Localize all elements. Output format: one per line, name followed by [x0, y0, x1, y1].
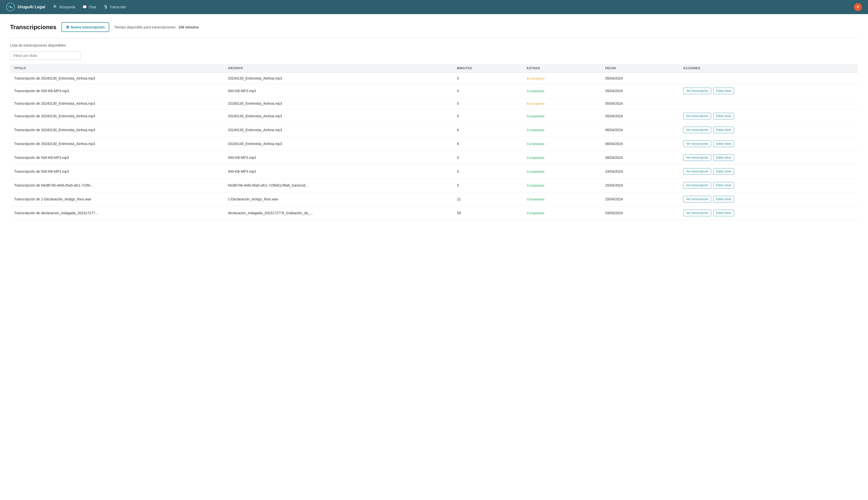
cell-archivo: 20240130_Entrevista_Ainhoa.mp3	[224, 73, 453, 84]
editar-título-button-9[interactable]: Editar título	[713, 196, 734, 202]
cell-minutos: 0	[453, 164, 523, 179]
nav-chat-label: Chat	[89, 5, 96, 9]
table-row: Transcripción de 500-KB-MP3.mp3 500-KB-M…	[10, 151, 858, 164]
cell-minutos: 6	[453, 123, 523, 137]
table-row: Transcripción de declaracion_indagada_20…	[10, 206, 858, 220]
brand-logo	[6, 2, 15, 12]
editar-título-button-5[interactable]: Editar título	[713, 140, 734, 147]
cell-acciones: Ver transcripciónEditar título	[679, 192, 858, 206]
page-title: Transcripciones	[10, 24, 56, 31]
col-archivo: ARCHIVO	[224, 64, 453, 73]
editar-título-button-7[interactable]: Editar título	[713, 168, 734, 175]
list-subtitle: Lista de transcripciones disponibles	[10, 43, 858, 47]
cell-titulo: Transcripción de 500-KB-MP3.mp3	[10, 164, 224, 179]
cell-estado: Completado	[523, 206, 601, 220]
nav-chat[interactable]: 💬 Chat	[82, 4, 96, 10]
cell-titulo: Transcripción de 500-KB-MP3.mp3	[10, 151, 224, 164]
transcriptions-table-wrapper: TITULO ARCHIVO MINUTOS ESTADO FECHA ACCI…	[10, 64, 858, 220]
brand[interactable]: UruguAi Legal	[6, 2, 45, 12]
editar-título-button-8[interactable]: Editar título	[713, 182, 734, 189]
ver-transcripción-button-9[interactable]: Ver transcripción	[683, 196, 711, 202]
nav-busqueda-label: Búsqueda	[59, 5, 75, 9]
cell-archivo: 500-KB-MP3.mp3	[224, 151, 453, 164]
table-row: Transcripción de 500-KB-MP3.mp3 500-KB-M…	[10, 164, 858, 179]
cell-titulo: Transcripción de 20240130_Entrevista_Ain…	[10, 137, 224, 151]
table-row: Transcripción de f4ed8746-4efd-45a5-afc1…	[10, 179, 858, 192]
cell-fecha: 05/04/2024	[601, 73, 679, 84]
cell-minutos: 0	[453, 109, 523, 123]
editar-título-button-4[interactable]: Editar título	[713, 127, 734, 133]
table-row: Transcripción de 20240130_Entrevista_Ain…	[10, 73, 858, 84]
cell-acciones	[679, 98, 858, 109]
nav-transcribir[interactable]: 🎙️ Transcribir	[103, 4, 126, 10]
cell-estado: En progreso	[523, 73, 601, 84]
cell-estado: Completado	[523, 109, 601, 123]
ver-transcripción-button-3[interactable]: Ver transcripción	[683, 113, 711, 120]
cell-titulo: Transcripción de f4ed8746-4efd-45a5-afc1…	[10, 179, 224, 192]
cell-archivo: 20240130_Entrevista_Ainhoa.mp3	[224, 123, 453, 137]
cell-estado: Completado	[523, 84, 601, 98]
cell-acciones: Ver transcripciónEditar título	[679, 179, 858, 192]
cell-acciones: Ver transcripciónEditar título	[679, 206, 858, 220]
cell-titulo: Transcripción de 20240130_Entrevista_Ain…	[10, 98, 224, 109]
chat-icon: 💬	[82, 5, 87, 9]
col-fecha: FECHA	[601, 64, 679, 73]
cell-titulo: Transcripción de 20240130_Entrevista_Ain…	[10, 73, 224, 84]
time-available-value: 106 minutos	[178, 25, 199, 29]
table-row: Transcripción de 20240130_Entrevista_Ain…	[10, 123, 858, 137]
new-transcription-button[interactable]: ⊕ Nueva transcripción	[61, 22, 109, 32]
col-estado: ESTADO	[523, 64, 601, 73]
table-row: Transcripción de 20240130_Entrevista_Ain…	[10, 109, 858, 123]
cell-archivo: 20240130_Entrevista_Ainhoa.mp3	[224, 98, 453, 109]
cell-acciones: Ver transcripciónEditar título	[679, 164, 858, 179]
user-avatar[interactable]: F	[854, 3, 862, 11]
table-row: Transcripción de 1-Declaración_testigo_R…	[10, 192, 858, 206]
editar-título-button-6[interactable]: Editar título	[713, 154, 734, 161]
cell-archivo: 1-Declaración_testigo_Rios.wav	[224, 192, 453, 206]
cell-estado: Completado	[523, 164, 601, 179]
table-row: Transcripción de 20240130_Entrevista_Ain…	[10, 137, 858, 151]
search-icon: 🔍	[53, 5, 58, 9]
cell-titulo: Transcripción de 20240130_Entrevista_Ain…	[10, 123, 224, 137]
svg-point-1	[10, 6, 11, 8]
editar-título-button-3[interactable]: Editar título	[713, 113, 734, 120]
cell-fecha: 06/04/2024	[601, 123, 679, 137]
mic-icon: 🎙️	[103, 5, 108, 9]
ver-transcripción-button-5[interactable]: Ver transcripción	[683, 140, 711, 147]
ver-transcripción-button-10[interactable]: Ver transcripción	[683, 210, 711, 216]
cell-acciones: Ver transcripciónEditar título	[679, 123, 858, 137]
cell-fecha: 05/04/2024	[601, 98, 679, 109]
cell-estado: Completado	[523, 179, 601, 192]
ver-transcripción-button-6[interactable]: Ver transcripción	[683, 154, 711, 161]
cell-titulo: Transcripción de 20240130_Entrevista_Ain…	[10, 109, 224, 123]
cell-acciones: Ver transcripciónEditar título	[679, 151, 858, 164]
table-row: Transcripción de 500-KB-MP3.mp3 500-KB-M…	[10, 84, 858, 98]
cell-minutos: 0	[453, 73, 523, 84]
ver-transcripción-button-1[interactable]: Ver transcripción	[683, 88, 711, 94]
new-button-label: Nueva transcripción	[71, 25, 105, 29]
cell-minutos: 0	[453, 98, 523, 109]
nav-items: 🔍 Búsqueda 💬 Chat 🎙️ Transcribir	[53, 4, 846, 10]
cell-archivo: 500-KB-MP3.mp3	[224, 164, 453, 179]
editar-título-button-1[interactable]: Editar título	[713, 88, 734, 94]
cell-fecha: 08/04/2024	[601, 151, 679, 164]
cell-estado: Completado	[523, 151, 601, 164]
table-row: Transcripción de 20240130_Entrevista_Ain…	[10, 98, 858, 109]
cell-archivo: f4ed8746-4efd-45a5-afc1-7c5fe61cf6a6_tra…	[224, 179, 453, 192]
time-available-text: Tiempo disponible para transcripciones: …	[114, 25, 199, 29]
ver-transcripción-button-7[interactable]: Ver transcripción	[683, 168, 711, 175]
editar-título-button-10[interactable]: Editar título	[713, 210, 734, 216]
cell-fecha: 25/04/2024	[601, 192, 679, 206]
ver-transcripción-button-4[interactable]: Ver transcripción	[683, 127, 711, 133]
ver-transcripción-button-8[interactable]: Ver transcripción	[683, 182, 711, 189]
cell-acciones	[679, 73, 858, 84]
cell-acciones: Ver transcripciónEditar título	[679, 84, 858, 98]
cell-archivo: 20240130_Entrevista_Ainhoa.mp3	[224, 109, 453, 123]
main-content: Transcripciones ⊕ Nueva transcripción Ti…	[0, 14, 868, 228]
cell-titulo: Transcripción de 500-KB-MP3.mp3	[10, 84, 224, 98]
cell-estado: Completado	[523, 137, 601, 151]
cell-minutos: 0	[453, 151, 523, 164]
filter-input[interactable]	[10, 52, 81, 60]
nav-busqueda[interactable]: 🔍 Búsqueda	[53, 4, 75, 10]
cell-archivo: 500-KB-MP3.mp3	[224, 84, 453, 98]
